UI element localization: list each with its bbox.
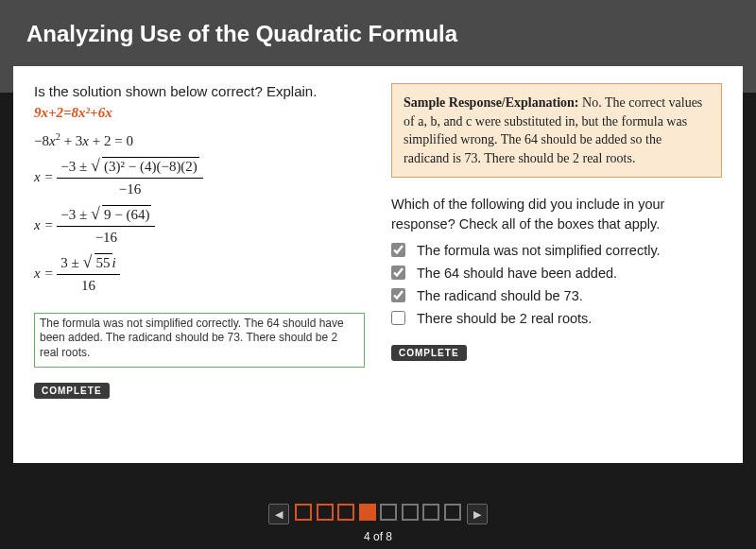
checklist-label: The 64 should have been added. <box>417 266 617 281</box>
page-indicator[interactable] <box>295 504 312 521</box>
checklist: The formula was not simplified correctly… <box>391 243 722 326</box>
checklist-label: There should be 2 real roots. <box>417 311 592 326</box>
page-indicator[interactable] <box>402 504 419 521</box>
footer-nav: ◀ ▶ 4 of 8 <box>0 494 756 549</box>
checklist-item[interactable]: The 64 should have been added. <box>391 266 722 281</box>
page-indicator[interactable] <box>380 504 397 521</box>
math-step-1: −8x2 + 3x + 2 = 0 <box>34 130 365 151</box>
pager: ◀ ▶ <box>268 504 487 524</box>
page-indicator[interactable] <box>317 504 334 521</box>
complete-button-right[interactable]: COMPLETE <box>391 345 467 361</box>
checklist-checkbox[interactable] <box>391 243 405 257</box>
page-title: Analyzing Use of the Quadratic Formula <box>26 21 730 47</box>
next-page-button[interactable]: ▶ <box>467 504 488 524</box>
page-counter-label: 4 of 8 <box>0 530 756 543</box>
sample-response-box: Sample Response/Explanation: No. The cor… <box>391 83 722 178</box>
sample-response-heading: Sample Response/Explanation: <box>404 95 579 110</box>
student-response-textarea[interactable] <box>34 313 365 368</box>
checklist-item[interactable]: The radicand should be 73. <box>391 288 722 303</box>
right-column: Sample Response/Explanation: No. The cor… <box>391 83 722 450</box>
math-step-2: x = −3 ± (3)² − (4)(−8)(2) −16 <box>34 157 365 199</box>
math-step-3: x = −3 ± 9 − (64) −16 <box>34 205 365 248</box>
original-equation: 9x+2=8x²+6x <box>34 105 365 121</box>
left-column: Is the solution shown below correct? Exp… <box>34 83 365 450</box>
checklist-prompt: Which of the following did you include i… <box>391 195 722 233</box>
worked-solution: −8x2 + 3x + 2 = 0 x = −3 ± (3)² − (4)(−8… <box>34 130 365 296</box>
checklist-item[interactable]: There should be 2 real roots. <box>391 311 722 326</box>
math-step-4: x = 3 ± 55i 16 <box>34 253 365 296</box>
checklist-checkbox[interactable] <box>391 288 405 302</box>
prev-page-button[interactable]: ◀ <box>268 504 289 524</box>
checklist-checkbox[interactable] <box>391 311 405 325</box>
complete-button-left[interactable]: COMPLETE <box>34 383 110 399</box>
question-prompt: Is the solution shown below correct? Exp… <box>34 83 365 99</box>
page-indicator[interactable] <box>422 504 439 521</box>
content-panel: Is the solution shown below correct? Exp… <box>13 66 743 463</box>
page-indicator[interactable] <box>444 504 461 521</box>
checklist-label: The radicand should be 73. <box>417 288 583 303</box>
checklist-label: The formula was not simplified correctly… <box>417 243 661 258</box>
page-indicator-group <box>295 504 460 524</box>
page-indicator[interactable] <box>337 504 354 521</box>
page-indicator[interactable] <box>359 504 376 521</box>
checklist-checkbox[interactable] <box>391 266 405 280</box>
checklist-item[interactable]: The formula was not simplified correctly… <box>391 243 722 258</box>
